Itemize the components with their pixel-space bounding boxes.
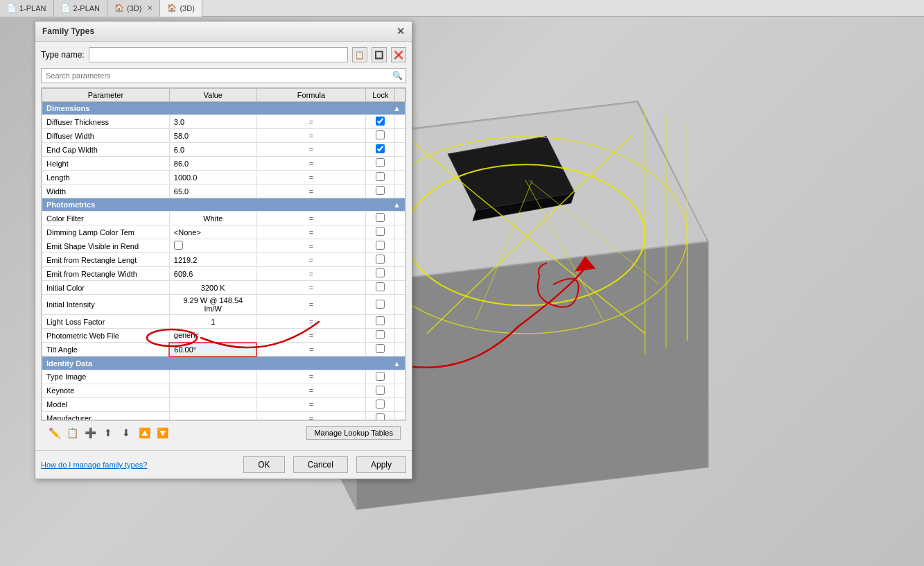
lock-length[interactable] <box>366 171 395 185</box>
param-height: Height <box>42 157 170 171</box>
param-keynote: Keynote <box>42 384 170 397</box>
value-initial-intensity[interactable]: 9.29 W @ 148.54 lm/W <box>169 295 256 315</box>
formula-emit-rect-width: = <box>256 267 366 281</box>
table-row: Initial Intensity 9.29 W @ 148.54 lm/W = <box>42 295 406 315</box>
lock-end-cap-width[interactable] <box>366 143 395 157</box>
value-length[interactable]: 1000.0 <box>169 171 256 185</box>
cancel-button[interactable]: Cancel <box>293 456 348 473</box>
tab-close-icon[interactable]: ✕ <box>147 4 152 12</box>
formula-tilt-angle: = <box>256 343 366 357</box>
table-row: Diffuser Thickness 3.0 = <box>42 115 406 129</box>
value-model[interactable] <box>169 397 256 411</box>
delete-type-button[interactable]: ❌ <box>391 47 406 62</box>
table-row: Emit from Rectangle Width 609.6 = <box>42 267 406 281</box>
value-dimming-lamp[interactable]: <None> <box>169 225 256 239</box>
tab-3d1[interactable]: 🏠 (3D) ✕ <box>107 0 160 17</box>
table-row: Length 1000.0 = <box>42 171 406 185</box>
lock-light-loss[interactable] <box>366 315 395 329</box>
lock-width[interactable] <box>366 185 395 198</box>
lock-initial-intensity[interactable] <box>366 295 395 315</box>
value-keynote[interactable] <box>169 384 256 397</box>
lock-emit-rect-length[interactable] <box>366 253 395 267</box>
value-width[interactable]: 65.0 <box>169 185 256 198</box>
lock-diffuser-thickness[interactable] <box>366 115 395 129</box>
dialog-close-button[interactable]: ✕ <box>396 26 405 37</box>
param-emit-shape: Emit Shape Visible in Rend <box>42 239 170 253</box>
value-diffuser-width[interactable]: 58.0 <box>169 129 256 143</box>
remove-parameter-button[interactable]: ➕ <box>82 425 98 440</box>
value-color-filter[interactable]: White <box>169 212 256 225</box>
value-end-cap-width[interactable]: 6.0 <box>169 143 256 157</box>
formula-type-image: = <box>256 370 366 384</box>
section-photometrics: Photometrics ▲ <box>42 198 406 212</box>
value-manufacturer[interactable] <box>169 411 256 420</box>
manage-lookup-tables-button[interactable]: Manage Lookup Tables <box>306 426 401 440</box>
sort-desc-button[interactable]: 🔽 <box>155 425 170 440</box>
formula-emit-rect-length: = <box>256 253 366 267</box>
move-param-up-button[interactable]: ⬆ <box>101 425 116 440</box>
value-light-loss[interactable]: 1 <box>169 315 256 329</box>
col-header-lock: Lock <box>366 89 395 102</box>
dialog-title-bar: Family Types ✕ <box>35 22 412 42</box>
lock-model[interactable] <box>366 397 395 411</box>
lock-height[interactable] <box>366 157 395 171</box>
tab-2plan[interactable]: 📄 2-PLAN <box>54 0 108 17</box>
collapse-identity-btn[interactable]: ▲ <box>393 359 401 368</box>
param-emit-rect-length: Emit from Rectangle Lengt <box>42 253 170 267</box>
new-type-button[interactable]: 📋 <box>352 47 367 62</box>
lock-diffuser-width[interactable] <box>366 129 395 143</box>
tab-3d2[interactable]: 🏠 (3D) <box>160 0 202 17</box>
lock-dimming-lamp[interactable] <box>366 225 395 239</box>
param-color-filter: Color Filter <box>42 212 170 225</box>
add-parameter-button[interactable]: 📋 <box>64 425 80 440</box>
apply-button[interactable]: Apply <box>356 456 406 473</box>
param-emit-rect-width: Emit from Rectangle Width <box>42 267 170 281</box>
value-initial-color[interactable]: 3200 K <box>169 281 256 295</box>
sort-asc-button[interactable]: 🔼 <box>137 425 152 440</box>
home-icon-2: 🏠 <box>167 3 177 12</box>
lock-emit-shape[interactable] <box>366 239 395 253</box>
value-type-image[interactable] <box>169 370 256 384</box>
type-name-input[interactable] <box>89 47 348 62</box>
lock-tilt-angle[interactable] <box>366 343 395 357</box>
section-identity-label: Identity Data <box>46 359 92 368</box>
param-initial-color: Initial Color <box>42 281 170 295</box>
formula-end-cap-width: = <box>256 143 366 157</box>
table-row: Type Image = <box>42 370 406 384</box>
value-emit-rect-width[interactable]: 609.6 <box>169 267 256 281</box>
collapse-dimensions-btn[interactable]: ▲ <box>393 104 401 112</box>
lock-photometric-web[interactable] <box>366 329 395 343</box>
family-types-dialog: Family Types ✕ Type name: 📋 🔲 ❌ 🔍 Parame… <box>35 21 412 479</box>
bottom-toolbar: ✏️ 📋 ➕ ⬆ ⬇ 🔼 🔽 Manage Lookup Tables <box>41 420 406 445</box>
value-photometric-web[interactable]: generic <box>169 329 256 343</box>
param-diffuser-thickness: Diffuser Thickness <box>42 115 170 129</box>
params-table-wrapper[interactable]: Parameter Value Formula Lock Dimensions … <box>41 87 406 420</box>
ok-button[interactable]: OK <box>243 456 284 473</box>
lock-color-filter[interactable] <box>366 212 395 225</box>
col-header-parameter: Parameter <box>42 89 170 102</box>
formula-manufacturer: = <box>256 411 366 420</box>
section-identity: Identity Data ▲ <box>42 357 406 370</box>
value-diffuser-thickness[interactable]: 3.0 <box>169 115 256 129</box>
value-height[interactable]: 86.0 <box>169 157 256 171</box>
section-dimensions-label: Dimensions <box>46 104 89 112</box>
collapse-photometrics-btn[interactable]: ▲ <box>393 200 401 209</box>
edit-parameter-button[interactable]: ✏️ <box>46 425 62 440</box>
lock-keynote[interactable] <box>366 384 395 397</box>
formula-dimming-lamp: = <box>256 225 366 239</box>
lock-manufacturer[interactable] <box>366 411 395 420</box>
value-emit-shape[interactable] <box>169 239 256 253</box>
lock-type-image[interactable] <box>366 370 395 384</box>
copy-type-button[interactable]: 🔲 <box>372 47 387 62</box>
move-param-down-button[interactable]: ⬇ <box>119 425 134 440</box>
value-emit-rect-length[interactable]: 1219.2 <box>169 253 256 267</box>
help-link[interactable]: How do I manage family types? <box>41 461 147 469</box>
formula-model: = <box>256 397 366 411</box>
search-input[interactable] <box>42 71 390 80</box>
type-name-label: Type name: <box>41 50 85 60</box>
value-tilt-angle[interactable]: 60.00° <box>169 343 256 357</box>
lock-emit-rect-width[interactable] <box>366 267 395 281</box>
lock-initial-color[interactable] <box>366 281 395 295</box>
tab-1plan[interactable]: 📄 1-PLAN <box>0 0 54 17</box>
tilt-angle-row: Tilt Angle 60.00° = <box>42 343 406 357</box>
